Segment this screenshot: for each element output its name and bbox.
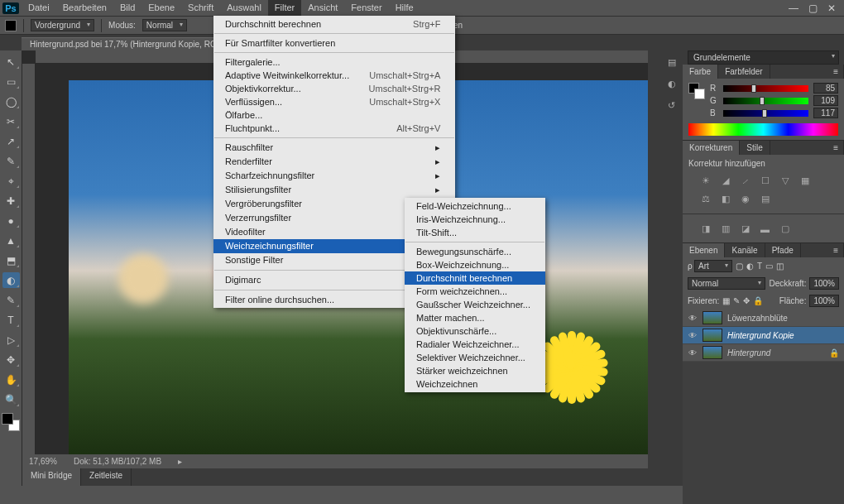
tab-korrekturen[interactable]: Korrekturen [683, 141, 740, 155]
tool-2[interactable]: ◯ [2, 94, 20, 109]
menu-ansicht[interactable]: Ansicht [301, 0, 344, 16]
lock-paint-icon[interactable]: ✎ [733, 296, 740, 305]
menu-bearbeiten[interactable]: Bearbeiten [56, 0, 113, 16]
menu-item[interactable]: Weichzeichnen [405, 377, 545, 391]
g-value[interactable]: 109 [813, 95, 838, 106]
tool-4[interactable]: ↗ [2, 133, 20, 149]
fill-value[interactable]: 100% [809, 295, 839, 307]
r-slider[interactable] [723, 85, 808, 92]
tool-1[interactable]: ▭ [2, 74, 20, 89]
tool-12[interactable]: ✎ [2, 292, 20, 308]
invert-icon[interactable]: ◨ [698, 223, 712, 235]
menu-item[interactable]: Durchschnitt berechnen [405, 271, 545, 285]
status-arrow-icon[interactable]: ▸ [178, 457, 182, 466]
filter-image-icon[interactable]: ▢ [736, 262, 743, 271]
tool-3[interactable]: ✂ [2, 113, 20, 129]
bucket-swatch[interactable] [5, 20, 17, 31]
menu-item[interactable]: Objektivunschärfe... [405, 324, 545, 338]
menu-schrift[interactable]: Schrift [181, 0, 220, 16]
brightness-icon[interactable]: ☀ [698, 175, 712, 187]
filter-smart-icon[interactable]: ◫ [776, 262, 784, 271]
adjustments-icon[interactable]: ◐ [664, 75, 680, 92]
visibility-icon[interactable]: 👁 [688, 348, 698, 358]
history-icon[interactable]: ↺ [664, 97, 680, 113]
tab-farbe[interactable]: Farbe [683, 65, 718, 79]
channelmixer-icon[interactable]: ▤ [758, 193, 772, 205]
colorbalance-icon[interactable]: ⚖ [698, 193, 712, 205]
panel-menu-icon[interactable]: ≡ [828, 141, 844, 155]
menu-item[interactable]: Rauschfilter▸ [213, 141, 455, 155]
tool-0[interactable]: ↖ [2, 54, 20, 70]
layer-blend-mode[interactable]: Normal [688, 277, 765, 290]
menu-filter[interactable]: Filter [268, 0, 301, 16]
b-value[interactable]: 117 [813, 108, 838, 118]
selective-icon[interactable]: ▢ [778, 223, 792, 235]
menu-ebene[interactable]: Ebene [141, 0, 181, 16]
filter-shape-icon[interactable]: ▭ [765, 262, 773, 271]
blend-mode-select[interactable]: Normal [142, 19, 187, 31]
menu-auswahl[interactable]: Auswahl [220, 0, 268, 16]
visibility-icon[interactable]: 👁 [688, 331, 698, 340]
vibrance-icon[interactable]: ▽ [778, 175, 792, 187]
menu-item[interactable]: Iris-Weichzeichnung... [405, 213, 545, 226]
levels-icon[interactable]: ◢ [718, 175, 732, 187]
menu-item[interactable]: Ölfarbe... [213, 108, 455, 122]
menu-item[interactable]: Tilt-Shift... [405, 226, 545, 239]
photofilter-icon[interactable]: ◉ [738, 193, 752, 205]
menu-item[interactable]: Feld-Weichzeichnung... [405, 199, 545, 213]
menu-item[interactable]: Bewegungsunschärfe... [405, 245, 545, 258]
tool-6[interactable]: ⌖ [2, 173, 20, 189]
menu-item[interactable]: Verflüssigen...Umschalt+Strg+X [213, 95, 455, 108]
panel-menu-icon[interactable]: ≡ [828, 243, 844, 257]
tool-9[interactable]: ▲ [2, 233, 20, 248]
filter-adjust-icon[interactable]: ◐ [746, 262, 754, 271]
hue-icon[interactable]: ▦ [798, 175, 812, 187]
tab-stile[interactable]: Stile [740, 141, 770, 155]
lock-all-icon[interactable]: 🔒 [753, 296, 763, 305]
panel-menu-icon[interactable]: ≡ [828, 65, 844, 79]
menu-datei[interactable]: Datei [22, 0, 56, 16]
menu-item[interactable]: Stilisierungsfilter▸ [213, 183, 455, 197]
visibility-icon[interactable]: 👁 [688, 314, 698, 323]
tool-7[interactable]: ✚ [2, 193, 20, 209]
tab-kanaele[interactable]: Kanäle [725, 243, 765, 257]
layer-row[interactable]: 👁Hintergrund Kopie [683, 327, 844, 344]
exposure-icon[interactable]: ☐ [758, 175, 772, 187]
tool-16[interactable]: ✋ [2, 372, 20, 387]
b-slider[interactable] [723, 110, 808, 117]
fgbg-mini[interactable] [688, 83, 705, 99]
r-value[interactable]: 85 [813, 83, 838, 94]
menu-item[interactable]: Gaußscher Weichzeichner... [405, 298, 545, 311]
lock-transparent-icon[interactable]: ▦ [722, 296, 730, 305]
opacity-value[interactable]: 100% [809, 277, 839, 290]
tab-pfade[interactable]: Pfade [765, 243, 801, 257]
tab-mini-bridge[interactable]: Mini Bridge [22, 468, 81, 486]
menu-item[interactable]: Renderfilter▸ [213, 155, 455, 169]
tool-10[interactable]: ⬒ [2, 252, 20, 268]
tool-5[interactable]: ✎ [2, 153, 20, 169]
gradientmap-icon[interactable]: ▬ [758, 223, 772, 235]
menu-item[interactable]: Matter machen... [405, 311, 545, 324]
menu-item[interactable]: Form weichzeichnen... [405, 285, 545, 298]
layer-filter-type[interactable]: Art [694, 260, 732, 272]
menu-item[interactable]: Für Smartfilter konvertieren [213, 36, 455, 50]
menu-item[interactable]: Durchschnitt berechnenStrg+F [213, 17, 455, 31]
bw-icon[interactable]: ◧ [718, 193, 732, 205]
tool-11[interactable]: ◐ [2, 272, 20, 288]
menu-item[interactable]: Stärker weichzeichnen [405, 364, 545, 377]
tab-farbfelder[interactable]: Farbfelder [718, 65, 770, 79]
histogram-icon[interactable]: ▤ [664, 54, 680, 70]
tool-13[interactable]: T [2, 312, 20, 328]
menu-item[interactable]: Adaptive Weitwinkelkorrektur...Umschalt+… [213, 69, 455, 82]
threshold-icon[interactable]: ◪ [738, 223, 752, 235]
menu-item[interactable]: Radialer Weichzeichner... [405, 338, 545, 351]
menu-item[interactable]: Selektiver Weichzeichner... [405, 351, 545, 364]
workspace-select[interactable]: Grundelemente [688, 50, 839, 65]
minimize-icon[interactable]: — [789, 2, 798, 14]
menu-fenster[interactable]: Fenster [344, 0, 388, 16]
tab-ebenen[interactable]: Ebenen [683, 243, 725, 257]
menu-item[interactable]: Filtergalerie... [213, 55, 455, 69]
menu-item[interactable]: Box-Weichzeichnung... [405, 258, 545, 271]
menu-hilfe[interactable]: Hilfe [389, 0, 420, 16]
tool-8[interactable]: ● [2, 213, 20, 228]
